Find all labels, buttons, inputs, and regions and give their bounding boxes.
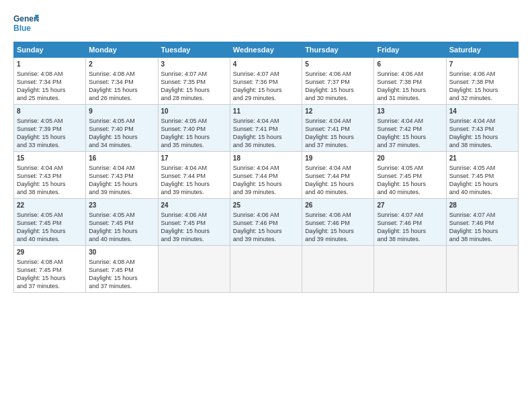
- day-info-line: and 28 minutes.: [161, 94, 227, 102]
- day-info-line: Sunrise: 4:05 AM: [161, 117, 227, 125]
- day-info-line: Daylight: 15 hours: [449, 86, 515, 94]
- day-info-line: Sunset: 7:43 PM: [17, 172, 83, 180]
- day-info-line: and 29 minutes.: [233, 94, 299, 102]
- calendar-cell: 1Sunrise: 4:08 AMSunset: 7:34 PMDaylight…: [14, 58, 86, 105]
- calendar-cell: 16Sunrise: 4:04 AMSunset: 7:43 PMDayligh…: [86, 152, 158, 199]
- day-number: 1: [17, 60, 83, 69]
- column-header-monday: Monday: [86, 42, 158, 58]
- calendar-week-1: 1Sunrise: 4:08 AMSunset: 7:34 PMDaylight…: [14, 58, 519, 105]
- day-info-line: Daylight: 15 hours: [17, 274, 83, 282]
- day-info-line: Sunset: 7:38 PM: [377, 78, 443, 86]
- calendar-cell: 17Sunrise: 4:04 AMSunset: 7:44 PMDayligh…: [158, 152, 230, 199]
- header: General Blue: [13, 12, 519, 36]
- day-info-line: Sunrise: 4:04 AM: [233, 117, 299, 125]
- calendar-cell: [230, 246, 302, 293]
- day-info-line: Sunset: 7:45 PM: [377, 172, 443, 180]
- day-info-line: Sunset: 7:46 PM: [449, 219, 515, 227]
- calendar-cell: 25Sunrise: 4:06 AMSunset: 7:46 PMDayligh…: [230, 199, 302, 246]
- header-row: SundayMondayTuesdayWednesdayThursdayFrid…: [14, 42, 519, 58]
- calendar-cell: 15Sunrise: 4:04 AMSunset: 7:43 PMDayligh…: [14, 152, 86, 199]
- day-info-line: Sunrise: 4:07 AM: [449, 211, 515, 219]
- day-number: 22: [17, 201, 83, 210]
- day-info-line: and 38 minutes.: [449, 141, 515, 149]
- day-info-line: Daylight: 15 hours: [17, 133, 83, 141]
- day-info-line: Sunset: 7:44 PM: [305, 172, 371, 180]
- day-number: 9: [89, 107, 154, 116]
- day-number: 23: [89, 201, 154, 210]
- day-info-line: Sunrise: 4:07 AM: [161, 70, 227, 78]
- day-info-line: Sunrise: 4:04 AM: [305, 164, 371, 172]
- day-info-line: Sunrise: 4:06 AM: [377, 70, 443, 78]
- day-info-line: and 26 minutes.: [89, 94, 154, 102]
- calendar-cell: 5Sunrise: 4:06 AMSunset: 7:37 PMDaylight…: [302, 58, 374, 105]
- day-info-line: and 39 minutes.: [161, 235, 227, 243]
- day-number: 30: [89, 248, 154, 257]
- day-info-line: and 34 minutes.: [89, 141, 154, 149]
- day-info-line: Sunset: 7:46 PM: [233, 219, 299, 227]
- day-number: 27: [377, 201, 443, 210]
- day-number: 15: [17, 154, 83, 163]
- day-info-line: Sunset: 7:42 PM: [377, 125, 443, 133]
- day-number: 25: [233, 201, 299, 210]
- calendar-cell: [158, 246, 230, 293]
- day-info-line: Sunset: 7:45 PM: [17, 266, 83, 274]
- day-info-line: Daylight: 15 hours: [161, 180, 227, 188]
- day-number: 10: [161, 107, 227, 116]
- day-info-line: and 39 minutes.: [89, 188, 154, 196]
- day-info-line: Daylight: 15 hours: [377, 86, 443, 94]
- calendar-cell: 21Sunrise: 4:05 AMSunset: 7:45 PMDayligh…: [446, 152, 518, 199]
- calendar-cell: 10Sunrise: 4:05 AMSunset: 7:40 PMDayligh…: [158, 105, 230, 152]
- day-number: 24: [161, 201, 227, 210]
- calendar-cell: 29Sunrise: 4:08 AMSunset: 7:45 PMDayligh…: [14, 246, 86, 293]
- column-header-thursday: Thursday: [302, 42, 374, 58]
- day-info-line: Sunrise: 4:04 AM: [17, 164, 83, 172]
- day-info-line: and 35 minutes.: [161, 141, 227, 149]
- day-info-line: Daylight: 15 hours: [377, 133, 443, 141]
- day-info-line: Sunset: 7:41 PM: [305, 125, 371, 133]
- calendar-week-5: 29Sunrise: 4:08 AMSunset: 7:45 PMDayligh…: [14, 246, 519, 293]
- day-info-line: and 38 minutes.: [17, 188, 83, 196]
- day-info-line: Sunset: 7:45 PM: [161, 219, 227, 227]
- day-number: 6: [377, 60, 443, 69]
- day-info-line: Sunset: 7:44 PM: [161, 172, 227, 180]
- day-info-line: Sunrise: 4:05 AM: [449, 164, 515, 172]
- day-info-line: Sunrise: 4:04 AM: [233, 164, 299, 172]
- day-info-line: and 38 minutes.: [449, 235, 515, 243]
- day-info-line: Daylight: 15 hours: [449, 133, 515, 141]
- page: General Blue SundayMondayTuesdayWednesda…: [0, 0, 532, 411]
- day-info-line: and 36 minutes.: [233, 141, 299, 149]
- day-info-line: Sunset: 7:34 PM: [89, 78, 154, 86]
- day-info-line: Sunrise: 4:06 AM: [449, 70, 515, 78]
- day-info-line: Daylight: 15 hours: [305, 180, 371, 188]
- day-info-line: Daylight: 15 hours: [17, 180, 83, 188]
- day-number: 18: [233, 154, 299, 163]
- day-info-line: and 37 minutes.: [89, 282, 154, 290]
- day-info-line: Sunset: 7:36 PM: [233, 78, 299, 86]
- day-info-line: Daylight: 15 hours: [233, 133, 299, 141]
- day-info-line: Daylight: 15 hours: [377, 180, 443, 188]
- day-info-line: Sunset: 7:46 PM: [377, 219, 443, 227]
- day-info-line: Sunset: 7:43 PM: [449, 125, 515, 133]
- day-info-line: Daylight: 15 hours: [17, 86, 83, 94]
- logo: General Blue: [13, 12, 39, 36]
- day-info-line: Sunset: 7:37 PM: [305, 78, 371, 86]
- day-info-line: Daylight: 15 hours: [449, 227, 515, 235]
- day-info-line: Sunrise: 4:08 AM: [17, 258, 83, 266]
- calendar-cell: 27Sunrise: 4:07 AMSunset: 7:46 PMDayligh…: [374, 199, 446, 246]
- column-header-wednesday: Wednesday: [230, 42, 302, 58]
- day-info-line: Daylight: 15 hours: [89, 227, 154, 235]
- day-info-line: Sunrise: 4:06 AM: [305, 211, 371, 219]
- calendar-cell: [302, 246, 374, 293]
- day-info-line: and 40 minutes.: [449, 188, 515, 196]
- day-info-line: and 39 minutes.: [305, 235, 371, 243]
- calendar-cell: 6Sunrise: 4:06 AMSunset: 7:38 PMDaylight…: [374, 58, 446, 105]
- day-info-line: and 40 minutes.: [305, 188, 371, 196]
- day-info-line: Sunrise: 4:05 AM: [17, 117, 83, 125]
- day-info-line: Sunset: 7:45 PM: [17, 219, 83, 227]
- day-info-line: Sunrise: 4:06 AM: [161, 211, 227, 219]
- day-info-line: and 25 minutes.: [17, 94, 83, 102]
- day-info-line: Daylight: 15 hours: [89, 180, 154, 188]
- day-info-line: Sunset: 7:39 PM: [17, 125, 83, 133]
- day-info-line: Sunrise: 4:08 AM: [89, 258, 154, 266]
- day-info-line: Sunrise: 4:07 AM: [377, 211, 443, 219]
